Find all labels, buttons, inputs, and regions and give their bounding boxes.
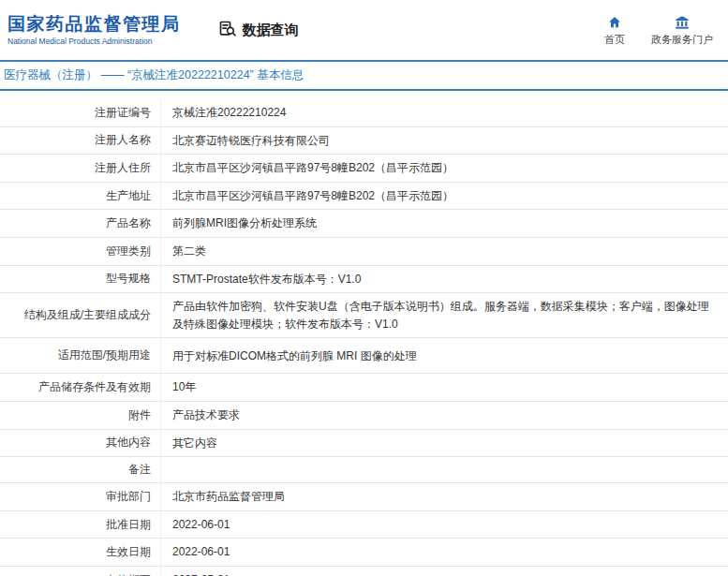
row-label: 生效日期 <box>0 539 161 566</box>
nav-home[interactable]: 首页 <box>604 14 625 47</box>
nav-home-label: 首页 <box>604 33 625 47</box>
row-value <box>161 457 728 482</box>
row-label: 产品储存条件及有效期 <box>0 374 161 401</box>
table-row: 生产地址 北京市昌平区沙河镇昌平路97号8幢B202（昌平示范园） <box>0 183 728 211</box>
home-icon <box>607 14 622 30</box>
row-label: 型号规格 <box>0 266 161 293</box>
row-label: 适用范围/预期用途 <box>0 338 161 373</box>
row-value: 京械注准20222210224 <box>161 99 728 126</box>
row-value: STMT-Prostate软件发布版本号：V1.0 <box>161 266 728 293</box>
row-label: 其他内容 <box>0 430 161 457</box>
row-value: 2022-06-01 <box>161 511 728 539</box>
row-value: 北京市药品监督管理局 <box>161 483 728 510</box>
row-value: 用于对标准DICOM格式的前列腺 MRI 图像的处理 <box>161 338 728 373</box>
logo-subtitle: National Medical Products Administration <box>7 37 181 46</box>
table-row: 注册证编号 京械注准20222210224 <box>0 99 728 127</box>
row-value: 2022-06-01 <box>161 539 728 566</box>
row-label: 批准日期 <box>0 511 161 539</box>
nmpa-logo[interactable]: 国家药品监督管理局 National Medical Products Admi… <box>7 14 181 47</box>
top-header: 国家药品监督管理局 National Medical Products Admi… <box>0 0 728 60</box>
breadcrumb: 医疗器械（注册） —— “京械注准20222210224” 基本信息 <box>0 60 728 91</box>
row-value: 前列腺MRI图像分析处理系统 <box>161 210 728 237</box>
table-row: 管理类别 第二类 <box>0 238 728 266</box>
table-row: 批准日期 2022-06-01 <box>0 511 728 539</box>
row-value: 北京市昌平区沙河镇昌平路97号8幢B202（昌平示范园） <box>161 183 728 210</box>
row-label: 管理类别 <box>0 238 161 265</box>
row-value: 2027-05-31 <box>161 567 728 576</box>
row-label: 备注 <box>0 457 161 482</box>
row-value: 10年 <box>161 374 728 401</box>
table-row: 产品储存条件及有效期 10年 <box>0 374 728 402</box>
row-label: 产品名称 <box>0 210 161 237</box>
nav-gov-portal[interactable]: 政务服务门户 <box>651 14 713 47</box>
table-row: 产品名称 前列腺MRI图像分析处理系统 <box>0 210 728 238</box>
table-row: 其他内容 其它内容 <box>0 430 728 458</box>
header-nav: 首页 政务服务门户 <box>604 14 713 47</box>
row-label: 注册人住所 <box>0 155 161 182</box>
gov-portal-icon <box>675 14 690 30</box>
nav-gov-portal-label: 政务服务门户 <box>651 33 713 47</box>
row-value: 产品由软件加密狗、软件安装U盘（含电子版本说明书）组成。服务器端，数据采集模块；… <box>161 293 728 337</box>
row-label: 审批部门 <box>0 483 161 510</box>
row-label: 生产地址 <box>0 183 161 210</box>
table-row: 型号规格 STMT-Prostate软件发布版本号：V1.0 <box>0 266 728 294</box>
row-value: 第二类 <box>161 238 728 265</box>
row-label: 结构及组成/主要组成成分 <box>0 293 161 337</box>
row-value: 产品技术要求 <box>161 402 728 429</box>
registration-info-table: 注册证编号 京械注准20222210224 注册人名称 北京赛迈特锐医疗科技有限… <box>0 99 728 576</box>
table-row: 注册人名称 北京赛迈特锐医疗科技有限公司 <box>0 127 728 155</box>
table-row: 结构及组成/主要组成成分 产品由软件加密狗、软件安装U盘（含电子版本说明书）组成… <box>0 293 728 338</box>
search-doc-icon <box>218 20 237 41</box>
row-value: 北京市昌平区沙河镇昌平路97号8幢B202（昌平示范园） <box>161 155 728 182</box>
table-row: 有效期至 2027-05-31 <box>0 567 728 576</box>
row-label: 注册人名称 <box>0 127 161 155</box>
table-row: 附件 产品技术要求 <box>0 402 728 430</box>
logo-title: 国家药品监督管理局 <box>7 14 181 36</box>
table-row: 适用范围/预期用途 用于对标准DICOM格式的前列腺 MRI 图像的处理 <box>0 338 728 374</box>
row-label: 有效期至 <box>0 567 161 576</box>
table-row: 注册人住所 北京市昌平区沙河镇昌平路97号8幢B202（昌平示范园） <box>0 155 728 183</box>
row-label: 注册证编号 <box>0 99 161 126</box>
table-row: 审批部门 北京市药品监督管理局 <box>0 483 728 511</box>
table-row: 备注 <box>0 457 728 483</box>
row-value: 其它内容 <box>161 430 728 457</box>
section-title-label: 数据查询 <box>243 22 299 39</box>
row-label: 附件 <box>0 402 161 429</box>
table-row: 生效日期 2022-06-01 <box>0 539 728 567</box>
section-title: 数据查询 <box>218 20 299 41</box>
row-value: 北京赛迈特锐医疗科技有限公司 <box>161 127 728 155</box>
